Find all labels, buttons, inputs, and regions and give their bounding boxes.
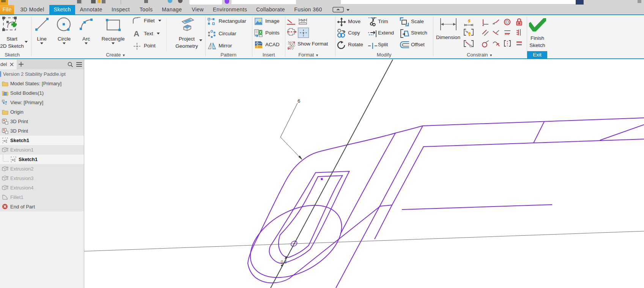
svg-text:0.8: 0.8	[281, 260, 287, 264]
svg-text:6: 6	[298, 98, 300, 104]
svg-text:(x): (x)	[301, 19, 305, 22]
